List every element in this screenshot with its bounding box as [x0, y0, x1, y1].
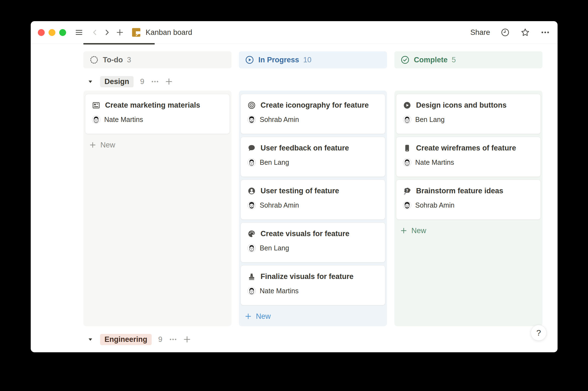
avatar: [247, 115, 256, 124]
card-title: Create iconography for feature: [261, 101, 369, 110]
kanban-board: To-do 3 In Progress 10 Complete 5 Design…: [31, 44, 558, 346]
user-circle-icon: [247, 187, 256, 195]
status-header-row: To-do 3 In Progress 10 Complete 5: [83, 51, 558, 68]
play-circle-icon: [403, 101, 411, 110]
card-create-visuals[interactable]: Create visuals for feature Ben Lang: [241, 222, 385, 262]
column-header-todo[interactable]: To-do 3: [83, 51, 231, 68]
avatar: [247, 287, 256, 295]
column-complete: Design icons and buttons Ben Lang Create…: [394, 91, 542, 326]
column-count: 10: [303, 56, 312, 64]
assignee-row: Nate Martins: [403, 158, 533, 167]
columns-row: Create marketing materials Nate Martins …: [83, 91, 558, 326]
assignee-row: Nate Martins: [247, 287, 378, 295]
column-count: 3: [127, 56, 131, 64]
column-header-complete[interactable]: Complete 5: [394, 51, 542, 68]
hamburger-icon[interactable]: [75, 28, 83, 37]
assignee-row: Ben Lang: [247, 158, 378, 167]
card-user-feedback[interactable]: User feedback on feature Ben Lang: [241, 137, 385, 177]
new-label: New: [411, 227, 426, 235]
group-add-icon[interactable]: [165, 77, 173, 86]
clock-icon[interactable]: [501, 28, 510, 37]
group-header-engineering: Engineering 9: [88, 333, 558, 346]
card-title: Finalize visuals for feature: [261, 272, 354, 281]
new-card-button[interactable]: New: [89, 139, 230, 151]
column-in-progress: Create iconography for feature Sohrab Am…: [239, 91, 387, 326]
group-chip-design[interactable]: Design: [100, 76, 134, 87]
speech-bubble-icon: [247, 144, 256, 152]
group-count: 9: [158, 335, 162, 344]
avatar: [403, 158, 411, 167]
avatar: [247, 158, 256, 167]
new-card-button[interactable]: New: [244, 310, 385, 322]
palette-icon: [247, 230, 256, 238]
assignee-name: Ben Lang: [260, 158, 289, 166]
collapse-triangle-icon[interactable]: [88, 337, 93, 342]
avatar: [403, 115, 411, 124]
assignee-row: Ben Lang: [247, 244, 378, 252]
plus-icon: [244, 312, 252, 320]
toolbar: Kanban board Share: [31, 21, 558, 44]
plus-icon: [400, 227, 408, 234]
maximize-window-button[interactable]: [59, 29, 66, 36]
assignee-name: Sohrab Amin: [415, 201, 454, 209]
card-create-iconography[interactable]: Create iconography for feature Sohrab Am…: [241, 94, 385, 134]
card-title: User feedback on feature: [261, 144, 349, 152]
card-finalize-visuals[interactable]: Finalize visuals for feature Nate Martin…: [241, 265, 385, 305]
avatar: [403, 201, 411, 210]
mobile-phone-icon: [403, 144, 411, 152]
assignee-name: Sohrab Amin: [260, 116, 299, 124]
chevron-left-icon[interactable]: [91, 28, 99, 37]
group-add-icon[interactable]: [183, 335, 191, 344]
group-options-icon[interactable]: [169, 335, 177, 343]
collapse-triangle-icon[interactable]: [88, 79, 93, 84]
avatar: [247, 201, 256, 210]
new-card-button[interactable]: New: [400, 225, 541, 237]
card-user-testing[interactable]: User testing of feature Sohrab Amin: [241, 180, 385, 220]
column-todo: Create marketing materials Nate Martins …: [83, 91, 231, 326]
card-title: Create wireframes of feature: [416, 144, 516, 152]
assignee-row: Nate Martins: [92, 115, 222, 124]
dashed-circle-icon: [89, 55, 99, 65]
star-icon[interactable]: [520, 27, 530, 37]
chevron-right-icon[interactable]: [103, 28, 111, 37]
help-button[interactable]: ?: [531, 325, 547, 341]
assignee-row: Sohrab Amin: [247, 115, 378, 124]
assignee-name: Nate Martins: [415, 158, 454, 166]
card-brainstorm-ideas[interactable]: Brainstorm feature ideas Sohrab Amin: [396, 180, 541, 220]
window-controls: [38, 29, 66, 36]
card-title: Design icons and buttons: [416, 101, 507, 110]
page-title[interactable]: Kanban board: [146, 28, 192, 37]
card-title: Create visuals for feature: [261, 230, 349, 238]
assignee-row: Sohrab Amin: [403, 201, 533, 210]
close-window-button[interactable]: [38, 29, 45, 36]
card-create-marketing-materials[interactable]: Create marketing materials Nate Martins: [85, 94, 230, 134]
newspaper-icon: [92, 101, 100, 110]
column-count: 5: [452, 56, 456, 64]
group-chip-engineering[interactable]: Engineering: [100, 334, 152, 345]
ellipsis-icon[interactable]: [541, 28, 550, 37]
column-label: To-do: [103, 56, 123, 64]
group-header-design: Design 9: [88, 75, 558, 88]
avatar: [92, 115, 100, 124]
play-circle-outline-icon: [245, 55, 254, 65]
new-page-plus-icon[interactable]: [115, 28, 124, 37]
app-window: Kanban board Share To-do 3: [31, 21, 558, 352]
avatar: [247, 244, 256, 252]
column-header-in-progress[interactable]: In Progress 10: [239, 51, 387, 68]
stamp-icon: [247, 272, 256, 281]
assignee-name: Sohrab Amin: [260, 201, 299, 209]
check-circle-icon: [400, 55, 410, 65]
card-title: Create marketing materials: [105, 101, 200, 110]
card-design-icons-buttons[interactable]: Design icons and buttons Ben Lang: [396, 94, 541, 134]
new-label: New: [256, 312, 271, 321]
share-button[interactable]: Share: [470, 28, 490, 37]
card-title: User testing of feature: [261, 187, 339, 195]
assignee-row: Ben Lang: [403, 115, 533, 124]
group-options-icon[interactable]: [151, 77, 159, 86]
column-label: In Progress: [258, 56, 299, 64]
target-icon: [247, 101, 256, 110]
card-create-wireframes[interactable]: Create wireframes of feature Nate Martin…: [396, 137, 541, 177]
minimize-window-button[interactable]: [49, 29, 55, 36]
group-count: 9: [140, 77, 144, 86]
assignee-row: Sohrab Amin: [247, 201, 378, 210]
